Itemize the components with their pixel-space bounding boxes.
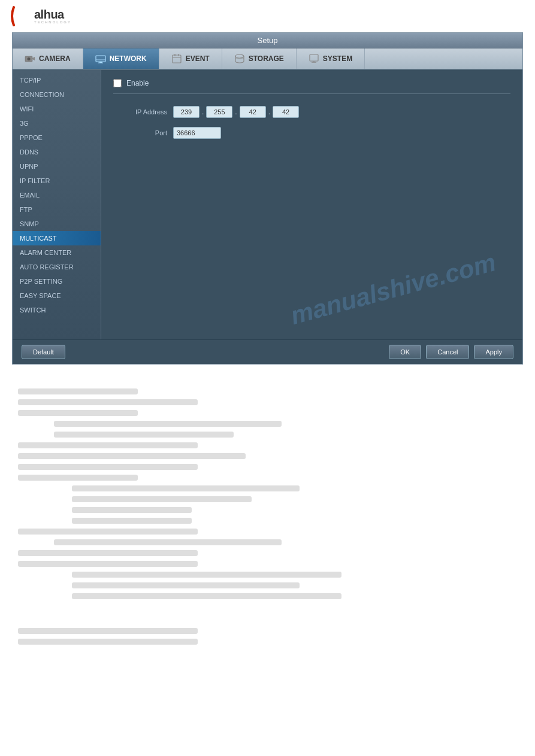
svg-rect-7 <box>173 55 181 63</box>
tab-event-label: EVENT <box>186 54 210 63</box>
top-tabs: CAMERA NETWORK EVENT <box>13 48 522 70</box>
sidebar-item-easyspace[interactable]: EASY SPACE <box>13 289 101 303</box>
left-buttons: Default <box>22 345 65 359</box>
sidebar-item-alarmcenter[interactable]: ALARM CENTER <box>13 245 101 260</box>
ip-segment-3[interactable] <box>240 106 266 118</box>
blur-line <box>18 453 246 459</box>
tab-storage[interactable]: STORAGE <box>222 48 297 69</box>
blur-line <box>18 639 198 645</box>
blur-line <box>18 529 198 535</box>
ip-dot-1: . <box>202 108 204 116</box>
tab-system-label: SYSTEM <box>323 54 352 63</box>
blur-line <box>18 628 198 634</box>
svg-marker-1 <box>32 57 35 60</box>
blur-line <box>18 399 198 405</box>
ip-address-label: IP Address <box>113 108 167 116</box>
blur-line <box>18 561 198 567</box>
sidebar-item-tcpip[interactable]: TCP/IP <box>13 73 101 87</box>
sidebar-item-wifi[interactable]: WIFI <box>13 102 101 116</box>
blur-line <box>54 539 282 545</box>
tab-network-label: NETWORK <box>110 54 147 63</box>
ip-dot-2: . <box>235 108 237 116</box>
setup-titlebar: Setup <box>13 33 522 48</box>
ip-segment-4[interactable] <box>273 106 299 118</box>
blur-line <box>18 442 198 448</box>
main-container: Setup CAMERA NETWORK <box>12 32 523 365</box>
enable-row: Enable <box>113 79 510 94</box>
enable-label[interactable]: Enable <box>126 79 149 87</box>
watermark: manualshive.com <box>287 248 498 330</box>
tab-storage-label: STORAGE <box>249 54 284 63</box>
blur-line <box>18 475 138 481</box>
main-panel: Enable IP Address . . . <box>101 70 522 339</box>
sidebar-item-3g[interactable]: 3G <box>13 116 101 130</box>
blur-line <box>18 550 198 556</box>
blur-line <box>72 572 341 578</box>
sidebar-item-switch[interactable]: SWITCH <box>13 303 101 317</box>
brand-name: alhua <box>34 8 71 20</box>
blur-line <box>72 496 252 502</box>
tab-event[interactable]: EVENT <box>159 48 222 69</box>
apply-button[interactable]: Apply <box>474 345 513 359</box>
bottom-buttons: Default OK Cancel Apply <box>13 339 522 364</box>
port-input-group <box>173 127 221 139</box>
blur-line <box>18 388 138 394</box>
sidebar-item-email[interactable]: EMAIL <box>13 188 101 202</box>
port-input[interactable] <box>173 127 221 139</box>
blurred-content <box>0 377 535 616</box>
system-icon <box>309 53 319 64</box>
sidebar-item-snmp[interactable]: SNMP <box>13 217 101 231</box>
port-label: Port <box>113 129 167 136</box>
storage-icon <box>234 53 245 64</box>
sidebar-item-ftp[interactable]: FTP <box>13 202 101 217</box>
setup-title: Setup <box>258 36 278 45</box>
network-icon <box>95 53 106 64</box>
blur-line <box>54 421 282 427</box>
sidebar-item-ddns[interactable]: DDNS <box>13 145 101 159</box>
blur-line <box>72 582 300 588</box>
sidebar-item-connection[interactable]: CONNECTION <box>13 87 101 102</box>
brand-text: alhua TECHNOLOGY <box>34 8 71 24</box>
content-area: TCP/IP CONNECTION WIFI 3G PPPOE DDNS UPN… <box>13 70 522 339</box>
port-row: Port <box>113 127 510 139</box>
svg-rect-3 <box>96 56 105 62</box>
sidebar-item-ipfilter[interactable]: IP FILTER <box>13 174 101 188</box>
svg-rect-13 <box>310 54 318 61</box>
sidebar-item-upnp[interactable]: UPNP <box>13 159 101 174</box>
sidebar-item-autoregister[interactable]: AUTO REGISTER <box>13 260 101 274</box>
svg-point-11 <box>235 54 244 58</box>
enable-checkbox[interactable] <box>113 79 122 87</box>
tab-system[interactable]: SYSTEM <box>297 48 365 69</box>
sidebar: TCP/IP CONNECTION WIFI 3G PPPOE DDNS UPN… <box>13 70 101 339</box>
blur-line <box>72 518 192 524</box>
event-icon <box>171 53 182 64</box>
blur-line <box>18 464 198 470</box>
blur-line <box>18 410 138 416</box>
ip-address-row: IP Address . . . <box>113 106 510 118</box>
tab-network[interactable]: NETWORK <box>83 48 159 69</box>
svg-point-2 <box>28 57 31 60</box>
blur-line <box>72 485 300 491</box>
blur-line <box>72 593 341 599</box>
ip-segment-2[interactable] <box>206 106 232 118</box>
tab-camera-label: CAMERA <box>39 54 71 63</box>
default-button[interactable]: Default <box>22 345 65 359</box>
cancel-button[interactable]: Cancel <box>426 345 469 359</box>
ip-segment-1[interactable] <box>173 106 200 118</box>
footer-blur <box>0 616 535 655</box>
camera-icon <box>25 53 35 64</box>
sidebar-item-pppoe[interactable]: PPPOE <box>13 130 101 145</box>
logo-area: alhua TECHNOLOGY <box>0 0 535 32</box>
blur-line <box>72 507 192 513</box>
dahua-logo-icon <box>9 5 34 28</box>
ok-button[interactable]: OK <box>389 345 421 359</box>
blur-line <box>54 432 234 438</box>
sidebar-item-multicast[interactable]: MULTICAST <box>13 231 101 245</box>
brand-tech: TECHNOLOGY <box>34 20 71 24</box>
tab-camera[interactable]: CAMERA <box>13 48 83 69</box>
right-buttons: OK Cancel Apply <box>389 345 513 359</box>
multicast-form: Enable IP Address . . . <box>113 79 510 139</box>
sidebar-item-p2psetting[interactable]: P2P SETTING <box>13 274 101 289</box>
ip-input-group: . . . <box>173 106 299 118</box>
ip-dot-3: . <box>268 108 270 116</box>
